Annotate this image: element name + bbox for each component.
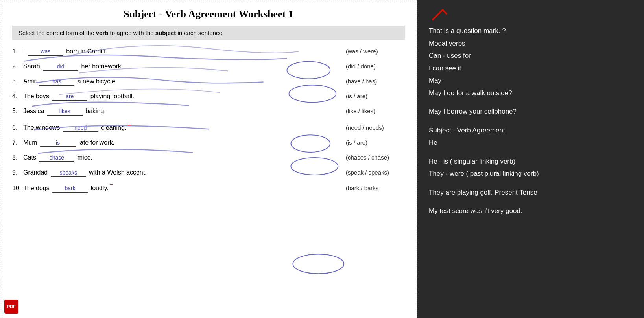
sidebar-item-he-singular[interactable]: He - is ( singular linking verb) xyxy=(429,156,632,167)
question-item: 9. Grandad speaks with a Welsh accent. (… xyxy=(12,169,405,177)
question-item: 7. Mum is late for work. (is / are) xyxy=(12,139,405,147)
blank: likes xyxy=(47,108,83,116)
worksheet-panel: Subject - Verb Agreement Worksheet 1 Sel… xyxy=(0,0,417,318)
sidebar-item-question-mark[interactable]: That is a question mark. ? xyxy=(429,26,632,36)
question-item: 3. Amir has a new bicycle. (have / has) xyxy=(12,78,405,86)
q-options: (have / has) xyxy=(334,78,405,85)
sidebar-item-test-score[interactable]: My test score wasn't very good. xyxy=(429,206,632,216)
q-num: 8. xyxy=(12,154,23,161)
q-text: Mum is late for work. xyxy=(23,139,334,147)
blank: did xyxy=(43,63,78,71)
blank: was xyxy=(28,48,63,56)
q-text: Cats chase mice. xyxy=(23,154,334,162)
sidebar-item-he[interactable]: He xyxy=(429,138,632,148)
sidebar-item-subject-verb[interactable]: Subject - Verb Agreement xyxy=(429,125,632,136)
q-text: The boys are playing football. xyxy=(23,93,334,101)
spacer-1 xyxy=(429,100,632,104)
spacer-5 xyxy=(429,200,632,204)
question-item: 6. The windows need cleaning. ‾ (need / … xyxy=(12,123,405,132)
question-item: 5. Jessica likes baking. (like / likes) xyxy=(12,108,405,116)
pdf-icon[interactable]: PDF xyxy=(4,300,18,314)
q-text: I was born in Cardiff. xyxy=(23,48,334,56)
q-num: 1. xyxy=(12,48,23,55)
questions-list: 1. I was born in Cardiff. (was / were) 2… xyxy=(12,48,405,193)
q-text: Amir has a new bicycle. xyxy=(23,78,334,86)
sidebar-item-may-go[interactable]: May I go for a walk outside? xyxy=(429,88,632,98)
question-item: 8. Cats chase mice. (chases / chase) xyxy=(12,154,405,162)
q-text: The dogs bark loudly. ‾ xyxy=(23,184,334,193)
question-item: 1. I was born in Cardiff. (was / were) xyxy=(12,48,405,56)
sidebar-item-present-tense[interactable]: They are playing golf. Present Tense xyxy=(429,187,632,198)
question-item: 2. Sarah did her homework. (did / done) xyxy=(12,63,405,71)
q-options: (is / are) xyxy=(334,93,405,99)
q-options: (was / were) xyxy=(334,48,405,55)
q-options: (bark / barks xyxy=(334,185,405,191)
blank: has xyxy=(39,78,74,86)
worksheet-instruction: Select the correct form of the verb to a… xyxy=(12,26,405,40)
worksheet-title: Subject - Verb Agreement Worksheet 1 xyxy=(12,8,405,20)
sidebar-panel: That is a question mark. ? Modal verbs C… xyxy=(417,0,644,318)
red-underline-10: ‾ xyxy=(110,184,113,192)
blank: are xyxy=(52,93,87,101)
q-options: (speak / speaks) xyxy=(334,169,405,176)
q-num: 6. xyxy=(12,124,23,131)
q-options: (need / needs) xyxy=(334,124,405,131)
q-text: Grandad speaks with a Welsh accent. xyxy=(23,169,334,177)
spacer-3 xyxy=(429,150,632,154)
sidebar-item-modal-verbs[interactable]: Modal verbs xyxy=(429,39,632,49)
q-num: 4. xyxy=(12,93,23,100)
q-num: 3. xyxy=(12,78,23,85)
q-options: (like / likes) xyxy=(334,108,405,114)
q-options: (did / done) xyxy=(334,63,405,70)
blank: chase xyxy=(39,154,74,162)
blank: bark xyxy=(52,185,88,193)
red-arrow-area xyxy=(429,8,632,24)
q-options: (chases / chase) xyxy=(334,154,405,161)
q-num: 10. xyxy=(12,185,23,192)
blank: is xyxy=(40,139,76,147)
svg-point-4 xyxy=(293,254,344,274)
q-num: 9. xyxy=(12,169,23,176)
sidebar-item-can-uses[interactable]: Can - uses for xyxy=(429,51,632,61)
q-num: 5. xyxy=(12,108,23,115)
instruction-text: Select the correct form of the verb to a… xyxy=(18,29,224,36)
sidebar-item-may-borrow[interactable]: May I borrow your cellphone? xyxy=(429,107,632,117)
q-text: Sarah did her homework. xyxy=(23,63,334,71)
q-text: Jessica likes baking. xyxy=(23,108,334,116)
sidebar-item-they-plural[interactable]: They - were ( past plural linking verb) xyxy=(429,169,632,179)
q-num: 2. xyxy=(12,63,23,70)
question-item: 4. The boys are playing football. (is / … xyxy=(12,93,405,101)
sidebar-item-may[interactable]: May xyxy=(429,75,632,86)
q-text: The windows need cleaning. ‾ xyxy=(23,123,334,132)
blank: speaks xyxy=(51,169,86,177)
q-num: 7. xyxy=(12,139,23,146)
spacer-2 xyxy=(429,119,632,123)
question-item: 10. The dogs bark loudly. ‾ (bark / bark… xyxy=(12,184,405,193)
sidebar-item-i-can-see[interactable]: I can see it. xyxy=(429,63,632,74)
blank: need xyxy=(63,124,98,132)
red-checkmark-svg xyxy=(429,8,452,24)
q-options: (is / are) xyxy=(334,139,405,146)
spacer-4 xyxy=(429,181,632,185)
red-underline: ‾ xyxy=(128,124,131,133)
